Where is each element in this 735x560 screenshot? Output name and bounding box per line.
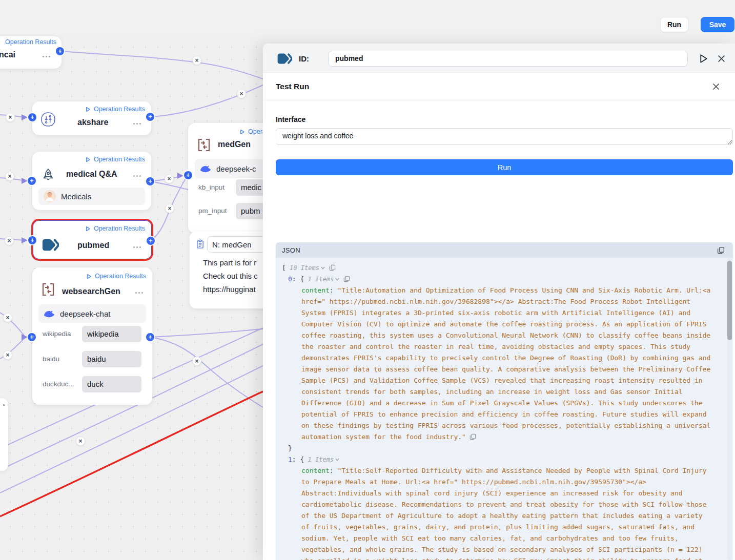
copy-icon[interactable] xyxy=(343,276,350,282)
edge-delete-icon[interactable] xyxy=(3,350,12,360)
operation-results-label: Operation Results xyxy=(94,156,145,163)
operation-results-link[interactable]: Operation Results xyxy=(85,225,145,232)
edge-delete-icon[interactable] xyxy=(192,357,201,366)
edge-delete-icon[interactable] xyxy=(237,89,246,98)
connector-plus-icon[interactable] xyxy=(28,333,36,341)
panel-body: Interface Run JSON [ 10 Items0: { 1 Item… xyxy=(276,100,733,560)
test-run-close-icon[interactable] xyxy=(710,80,722,93)
operation-results-label: Operation Results xyxy=(5,38,56,46)
param-row: wikipedia wikipedia xyxy=(32,330,152,338)
copy-icon[interactable] xyxy=(329,264,336,271)
connector-plus-icon[interactable] xyxy=(146,113,154,121)
clipboard-icon xyxy=(195,239,205,249)
node-title: medical Q&A xyxy=(66,170,117,179)
param-label: wikipedia xyxy=(43,330,71,338)
connector-plus-icon[interactable] xyxy=(146,333,154,341)
param-input[interactable]: baidu xyxy=(82,351,141,367)
json-item-header: 1: { 1 Items xyxy=(282,454,718,465)
play-icon xyxy=(85,226,91,232)
connector-plus-icon[interactable] xyxy=(184,171,192,179)
play-icon xyxy=(85,157,91,162)
pubmed-node-icon xyxy=(277,53,292,65)
note-line: This part is for r xyxy=(203,258,256,267)
json-item-content: content: "Title:Self-Reported Difficulty… xyxy=(282,465,718,560)
more-menu-icon[interactable] xyxy=(133,244,141,250)
model-row[interactable]: deepseek-chat xyxy=(38,304,146,323)
edge-delete-icon[interactable] xyxy=(5,236,14,245)
more-menu-icon[interactable] xyxy=(133,121,141,126)
param-input[interactable]: wikipedia xyxy=(82,326,141,342)
operation-results-link[interactable]: Operation Results xyxy=(85,106,145,113)
model-label: deepseek-chat xyxy=(60,309,110,318)
copy-json-icon[interactable] xyxy=(715,244,727,256)
connector-plus-icon[interactable] xyxy=(28,236,36,244)
collapse-chevron-icon[interactable] xyxy=(320,265,325,271)
connector-plus-icon[interactable] xyxy=(28,113,36,121)
note-line: https://hugginat xyxy=(203,285,256,294)
test-run-title: Test Run xyxy=(276,82,309,91)
interface-label: Interface xyxy=(276,115,733,123)
panel-run-icon[interactable] xyxy=(696,51,711,66)
more-menu-icon[interactable] xyxy=(135,290,143,295)
connector-plus-icon[interactable] xyxy=(147,237,155,245)
edge-delete-icon[interactable] xyxy=(165,204,174,213)
interface-input[interactable] xyxy=(276,128,733,145)
operation-results-link[interactable]: Operation Results xyxy=(85,156,145,163)
panel-run-button[interactable]: Run xyxy=(276,159,733,175)
edge-delete-icon[interactable] xyxy=(5,172,14,181)
node-title: websearchGen xyxy=(62,287,120,296)
json-viewer-header: JSON xyxy=(276,242,733,258)
more-menu-icon[interactable] xyxy=(133,173,141,178)
node-akshare[interactable]: Operation Results akshare xyxy=(32,101,151,135)
id-label: ID: xyxy=(299,54,309,63)
operation-results-link[interactable]: Operation Results xyxy=(86,273,146,280)
play-icon xyxy=(85,107,91,112)
node-title: ncai xyxy=(0,50,15,59)
node-websearchgen[interactable]: Operation Results websearchGen deepseek-… xyxy=(32,267,152,405)
collapse-chevron-icon[interactable] xyxy=(335,277,340,282)
knowledge-base-row[interactable]: Medicals xyxy=(38,188,145,205)
edge-delete-icon[interactable] xyxy=(165,174,174,183)
operation-results-link[interactable]: Operation Results xyxy=(5,38,56,46)
json-item-header: 0: { 1 Items xyxy=(282,274,718,285)
play-icon xyxy=(239,129,245,135)
test-run-row: Test Run xyxy=(263,73,735,100)
node-pubmed-selected[interactable]: Operation Results pubmed xyxy=(33,220,152,259)
edge-delete-icon[interactable] xyxy=(3,313,12,322)
id-input[interactable] xyxy=(328,51,688,67)
whale-icon xyxy=(200,165,211,173)
param-row: duckduc... duck xyxy=(32,380,152,388)
collapse-chevron-icon[interactable] xyxy=(335,457,340,462)
edge-delete-icon[interactable] xyxy=(76,437,85,446)
json-viewer: JSON [ 10 Items0: { 1 Itemscontent: "Tit… xyxy=(276,242,733,560)
operation-results-label: Operation Results xyxy=(94,225,145,232)
param-row: baidu baidu xyxy=(32,355,152,363)
save-button[interactable]: Save xyxy=(701,17,734,32)
connector-plus-icon[interactable] xyxy=(28,177,36,185)
param-input[interactable]: duck xyxy=(82,376,141,392)
node-medical-qa[interactable]: Operation Results medical Q&A Medicals xyxy=(32,152,151,210)
param-label: kb_input xyxy=(198,183,224,191)
brackets-icon xyxy=(40,282,56,297)
json-root-line: [ 10 Items xyxy=(282,262,718,274)
node-title: pubmed xyxy=(77,241,109,250)
run-button[interactable]: Run xyxy=(660,17,688,32)
workflow-editor: Run Save Operation Results ncai Operatio… xyxy=(0,0,735,560)
edge-delete-icon[interactable] xyxy=(6,113,15,122)
copy-icon[interactable] xyxy=(469,433,476,440)
rocket-icon xyxy=(41,168,55,182)
edge-delete-icon[interactable] xyxy=(192,56,201,65)
brackets-icon xyxy=(196,137,212,153)
panel-close-icon[interactable] xyxy=(715,52,728,65)
node-ncai[interactable]: Operation Results ncai xyxy=(0,36,62,69)
param-label: pm_input xyxy=(198,207,227,215)
json-scrollbar-thumb[interactable] xyxy=(727,261,732,340)
panel-header: ID: xyxy=(263,44,735,73)
operation-results-label: Operation Results xyxy=(95,273,146,280)
connector-plus-icon[interactable] xyxy=(56,47,64,55)
more-menu-icon[interactable] xyxy=(43,54,50,59)
avatar xyxy=(44,190,56,202)
node-detail-panel: ID: Test Run Interface Run JSON xyxy=(263,44,735,560)
node-title: medGen xyxy=(218,140,251,149)
connector-plus-icon[interactable] xyxy=(146,177,154,185)
